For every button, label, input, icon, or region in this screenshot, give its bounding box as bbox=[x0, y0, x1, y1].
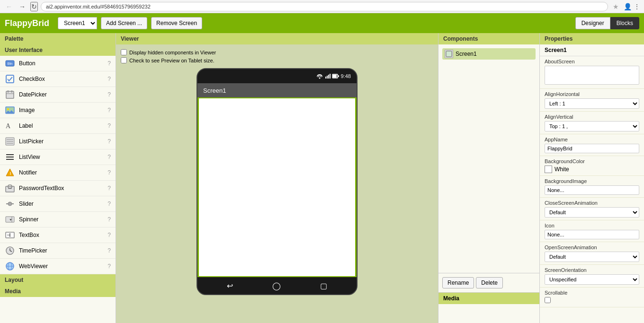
screen-select[interactable]: Screen1 bbox=[58, 17, 97, 29]
browser-star-icon[interactable]: ★ bbox=[613, 3, 619, 10]
browser-forward-btn[interactable]: → bbox=[17, 2, 27, 11]
user-interface-header: User Interface bbox=[0, 44, 116, 56]
svg-rect-37 bbox=[325, 77, 326, 79]
icon-label: Icon bbox=[545, 223, 639, 228]
palette-button-help[interactable]: ? bbox=[107, 60, 111, 67]
mode-switcher: Designer Blocks bbox=[575, 17, 639, 29]
palette-listview-help[interactable]: ? bbox=[107, 154, 111, 160]
palette-item-label[interactable]: A Label ? bbox=[0, 118, 116, 134]
viewer-checkboxes: Display hidden components in Viewer Chec… bbox=[121, 49, 433, 63]
palette-image-help[interactable]: ? bbox=[107, 107, 111, 113]
screen-orientation-select[interactable]: Unspecified bbox=[545, 274, 639, 285]
svg-text:▼: ▼ bbox=[9, 218, 12, 221]
palette-slider-help[interactable]: ? bbox=[107, 201, 111, 207]
hidden-components-checkbox[interactable] bbox=[121, 49, 127, 55]
open-screen-anim-select[interactable]: Default bbox=[545, 252, 639, 262]
browser-user-icon[interactable]: 👤 bbox=[624, 3, 632, 10]
palette-item-passwordtextbox[interactable]: *** PasswordTextBox ? bbox=[0, 181, 116, 196]
browser-refresh-btn[interactable]: ↻ bbox=[30, 2, 38, 11]
palette-webviewer-help[interactable]: ? bbox=[107, 263, 111, 270]
palette-timepicker-help[interactable]: ? bbox=[107, 247, 111, 254]
component-screen1[interactable]: Screen1 bbox=[442, 48, 536, 60]
prop-align-vertical: AlignVertical Top : 1 , bbox=[540, 112, 644, 134]
svg-point-36 bbox=[319, 78, 320, 79]
palette-item-datepicker[interactable]: DatePicker ? bbox=[0, 87, 116, 103]
prop-icon: Icon bbox=[540, 220, 644, 242]
palette-item-textbox[interactable]: TextBox ? bbox=[0, 227, 116, 243]
svg-rect-38 bbox=[327, 76, 328, 79]
palette-webviewer-label: WebViewer bbox=[19, 263, 104, 270]
component-screen1-label: Screen1 bbox=[456, 51, 477, 57]
layout-header: Layout bbox=[0, 274, 116, 286]
scrollable-checkbox[interactable] bbox=[545, 297, 551, 303]
palette-item-webviewer[interactable]: WebViewer ? bbox=[0, 259, 116, 274]
align-vertical-select[interactable]: Top : 1 , bbox=[545, 121, 639, 131]
palette-label-label: Label bbox=[19, 122, 104, 129]
background-image-input[interactable] bbox=[545, 185, 639, 195]
svg-point-8 bbox=[7, 108, 9, 110]
background-image-label: BackgroundImage bbox=[545, 178, 639, 184]
delete-button[interactable]: Delete bbox=[476, 277, 503, 288]
palette-item-listview[interactable]: ListView ? bbox=[0, 149, 116, 165]
svg-point-23 bbox=[8, 202, 12, 206]
palette-item-button[interactable]: Btn Button ? bbox=[0, 56, 116, 71]
phone-home-btn[interactable]: ◯ bbox=[272, 281, 281, 290]
rename-button[interactable]: Rename bbox=[442, 277, 474, 288]
prop-screen-orientation: ScreenOrientation Unspecified bbox=[540, 265, 644, 288]
phone-screen-area[interactable] bbox=[197, 97, 357, 277]
properties-panel: Properties Screen1 AboutScreen AlignHori… bbox=[540, 33, 644, 323]
palette-item-checkbox[interactable]: CheckBox ? bbox=[0, 71, 116, 87]
phone-back-btn[interactable]: ↩ bbox=[227, 281, 233, 290]
app-name-input[interactable] bbox=[545, 144, 639, 153]
background-color-swatch[interactable] bbox=[545, 166, 552, 173]
hidden-components-label: Display hidden components in Viewer bbox=[129, 50, 216, 55]
components-header: Components bbox=[438, 33, 539, 44]
icon-input[interactable] bbox=[545, 230, 639, 239]
browser-url-text: ai2.appinventor.mit.edu/#584691579695923… bbox=[46, 4, 151, 9]
svg-rect-40 bbox=[330, 74, 331, 79]
palette-item-image[interactable]: Image ? bbox=[0, 103, 116, 118]
palette-item-notifier[interactable]: ! Notifier ? bbox=[0, 165, 116, 181]
phone-recent-btn[interactable]: ▢ bbox=[320, 281, 327, 290]
image-icon bbox=[5, 105, 15, 115]
align-vertical-label: AlignVertical bbox=[545, 114, 639, 120]
palette-passwordtextbox-help[interactable]: ? bbox=[107, 185, 111, 192]
about-screen-input[interactable] bbox=[545, 66, 639, 85]
media-section-header: Media bbox=[438, 292, 539, 304]
background-color-value: White bbox=[555, 166, 569, 173]
scrollable-label: Scrollable bbox=[545, 290, 639, 296]
datepicker-icon bbox=[5, 89, 15, 100]
prop-background-image: BackgroundImage bbox=[540, 176, 644, 198]
palette-notifier-help[interactable]: ? bbox=[107, 169, 111, 176]
browser-menu-icon[interactable]: ⋮ bbox=[634, 3, 640, 10]
palette-datepicker-label: DatePicker bbox=[19, 91, 104, 98]
palette-item-timepicker[interactable]: TimePicker ? bbox=[0, 243, 116, 259]
palette-textbox-help[interactable]: ? bbox=[107, 232, 111, 238]
palette-image-label: Image bbox=[19, 107, 104, 113]
close-screen-anim-select[interactable]: Default bbox=[545, 207, 639, 218]
browser-back-btn[interactable]: ← bbox=[4, 2, 14, 11]
palette-spinner-help[interactable]: ? bbox=[107, 216, 111, 223]
remove-screen-button[interactable]: Remove Screen bbox=[151, 17, 202, 29]
palette-datepicker-help[interactable]: ? bbox=[107, 91, 111, 98]
add-screen-button[interactable]: Add Screen ... bbox=[101, 17, 147, 29]
prop-scrollable: Scrollable bbox=[540, 288, 644, 307]
palette-button-label: Button bbox=[19, 60, 104, 67]
palette-label-help[interactable]: ? bbox=[107, 122, 111, 129]
designer-button[interactable]: Designer bbox=[575, 17, 610, 29]
palette-item-listpicker[interactable]: ListPicker ? bbox=[0, 134, 116, 149]
hidden-components-row: Display hidden components in Viewer bbox=[121, 49, 433, 55]
browser-url-bar[interactable]: ai2.appinventor.mit.edu/#584691579695923… bbox=[41, 2, 608, 11]
blocks-button[interactable]: Blocks bbox=[610, 17, 639, 29]
palette-item-slider[interactable]: Slider ? bbox=[0, 196, 116, 212]
palette-checkbox-help[interactable]: ? bbox=[107, 76, 111, 82]
palette-listpicker-help[interactable]: ? bbox=[107, 138, 111, 145]
button-icon: Btn bbox=[5, 58, 15, 69]
align-horizontal-select[interactable]: Left : 1 bbox=[545, 98, 639, 109]
phone-bottom-bar: ↩ ◯ ▢ bbox=[197, 277, 357, 294]
palette-item-spinner[interactable]: ▼ Spinner ? bbox=[0, 212, 116, 227]
tablet-preview-checkbox[interactable] bbox=[121, 57, 127, 63]
svg-rect-43 bbox=[338, 75, 339, 77]
phone-screen-title: Screen1 bbox=[203, 87, 226, 94]
open-screen-anim-label: OpenScreenAnimation bbox=[545, 244, 639, 250]
